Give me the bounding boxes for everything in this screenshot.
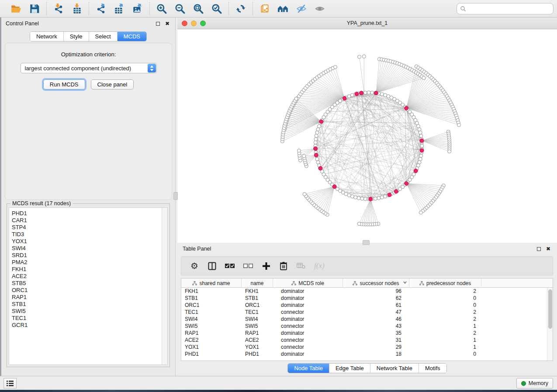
column-header-MCDS-role[interactable]: MCDS role [273, 279, 343, 288]
mcds-result-item[interactable]: ORC1 [9, 287, 167, 294]
mcds-result-item[interactable]: STB1 [9, 301, 167, 308]
close-panel-button[interactable]: Close panel [91, 79, 134, 89]
dominator-node[interactable] [420, 148, 424, 152]
dominator-node[interactable] [314, 147, 318, 151]
network-node[interactable] [374, 197, 377, 200]
dominator-node[interactable] [414, 169, 418, 173]
network-node[interactable] [377, 196, 381, 200]
optimization-criterion-select[interactable]: largest connected component (undirected) [21, 63, 157, 73]
network-node[interactable] [367, 91, 370, 94]
network-node[interactable] [314, 141, 317, 144]
maximize-window-icon[interactable] [200, 21, 206, 26]
network-node[interactable] [314, 138, 318, 141]
network-node[interactable] [419, 134, 423, 138]
network-canvas[interactable] [177, 29, 557, 243]
columns-icon[interactable] [208, 261, 216, 271]
dominator-node[interactable] [332, 185, 336, 189]
dominator-node[interactable] [420, 139, 424, 143]
memory-button[interactable]: Memory [516, 378, 553, 389]
import-network-icon[interactable] [52, 3, 65, 15]
mcds-result-item[interactable]: GCR1 [9, 322, 167, 329]
dominator-node[interactable] [369, 197, 373, 201]
column-header-successor-nodes[interactable]: successor nodes [343, 279, 409, 288]
task-history-button[interactable] [3, 378, 17, 389]
tab-edge-table[interactable]: Edge Table [329, 364, 370, 373]
tab-motifs[interactable]: Motifs [419, 364, 446, 373]
network-node[interactable] [315, 157, 319, 161]
close-window-icon[interactable] [182, 21, 187, 26]
float-panel-icon[interactable] [154, 20, 161, 27]
network-node[interactable] [384, 195, 387, 198]
mcds-result-item[interactable]: STB5 [9, 280, 167, 287]
leaf-node[interactable] [448, 150, 451, 153]
leaf-node[interactable] [303, 193, 306, 196]
export-network-icon[interactable] [95, 3, 107, 15]
mcds-result-item[interactable]: FKH1 [9, 266, 167, 273]
network-node[interactable] [354, 196, 357, 199]
mcds-result-item[interactable]: STP4 [9, 224, 167, 231]
leaf-node[interactable] [362, 55, 366, 58]
select-all-icon[interactable] [225, 261, 235, 271]
dominator-node[interactable] [387, 193, 391, 197]
mcds-result-item[interactable]: CAR1 [9, 217, 167, 224]
leaf-node[interactable] [422, 76, 426, 80]
network-window-titlebar[interactable]: YPA_prune.txt_1 [177, 17, 557, 29]
network-node[interactable] [315, 131, 319, 134]
table-row[interactable]: SWI4SWI4dominator462 [181, 316, 547, 323]
network-node[interactable] [419, 157, 422, 161]
dominator-node[interactable] [319, 120, 323, 124]
network-node[interactable] [380, 196, 384, 199]
vertical-splitter-grip[interactable] [173, 192, 178, 200]
first-neighbors-icon[interactable] [277, 3, 289, 15]
dominator-node[interactable] [405, 182, 408, 186]
table-row[interactable]: YOX1YOX1connector291 [181, 344, 547, 351]
network-node[interactable] [363, 197, 367, 201]
column-header-predecessor-nodes[interactable]: predecessor nodes [409, 279, 481, 288]
mcds-result-item[interactable]: PMA2 [9, 259, 167, 266]
tab-mcds[interactable]: MCDS [118, 32, 146, 41]
refresh-layout-icon[interactable] [235, 3, 247, 15]
mcds-result-item[interactable]: RAP1 [9, 294, 167, 301]
dominator-node[interactable] [343, 96, 346, 100]
table-row[interactable]: FKH1FKH1dominator962 [181, 288, 547, 295]
mcds-result-item[interactable]: PHD1 [9, 210, 167, 217]
zoom-in-icon[interactable] [156, 3, 168, 15]
network-node[interactable] [418, 127, 421, 131]
table-row[interactable]: RAP1RAP1dominator352 [181, 330, 547, 337]
table-row[interactable]: ACE2ACE2connector311 [181, 337, 547, 344]
table-row[interactable]: ORC1ORC1dominator610 [181, 302, 547, 309]
tab-network[interactable]: Network [30, 32, 64, 41]
node-table[interactable]: shared namenameMCDS rolesuccessor nodesp… [181, 278, 553, 361]
horizontal-splitter-grip[interactable] [363, 240, 370, 245]
export-table-icon[interactable] [113, 3, 125, 15]
close-panel-icon[interactable]: ✖ [164, 20, 171, 27]
table-scrollbar[interactable] [547, 288, 553, 361]
network-node[interactable] [363, 91, 367, 94]
run-mcds-button[interactable]: Run MCDS [43, 79, 85, 89]
export-image-icon[interactable] [131, 3, 144, 15]
zoom-out-icon[interactable] [174, 3, 186, 15]
network-node[interactable] [420, 144, 424, 148]
network-node[interactable] [419, 131, 422, 134]
save-session-icon[interactable] [28, 3, 41, 15]
leaf-node[interactable] [294, 97, 298, 100]
hide-selected-icon[interactable] [295, 3, 308, 15]
column-header-shared-name[interactable]: shared name [181, 279, 242, 288]
tab-network-table[interactable]: Network Table [370, 364, 419, 373]
network-node[interactable] [419, 154, 423, 158]
network-graph[interactable] [177, 29, 557, 243]
open-file-icon[interactable] [10, 3, 22, 15]
mcds-result-list[interactable]: PHD1CAR1STP4TID3YOX1SWI4SRD1PMA2FKH1ACE2… [9, 207, 168, 365]
table-scrollbar-thumb[interactable] [548, 289, 552, 329]
network-node[interactable] [350, 93, 354, 97]
zoom-selected-icon[interactable] [211, 3, 223, 15]
close-table-panel-icon[interactable]: ✖ [545, 245, 552, 252]
leaf-node[interactable] [302, 154, 306, 158]
mcds-result-item[interactable]: ACE2 [9, 273, 167, 280]
gear-icon[interactable]: ⚙ [190, 261, 199, 271]
zoom-fit-icon[interactable] [192, 3, 204, 15]
dominator-node[interactable] [318, 166, 322, 170]
delete-column-icon[interactable] [279, 261, 288, 271]
network-node[interactable] [360, 197, 364, 200]
show-all-icon[interactable] [314, 3, 326, 15]
